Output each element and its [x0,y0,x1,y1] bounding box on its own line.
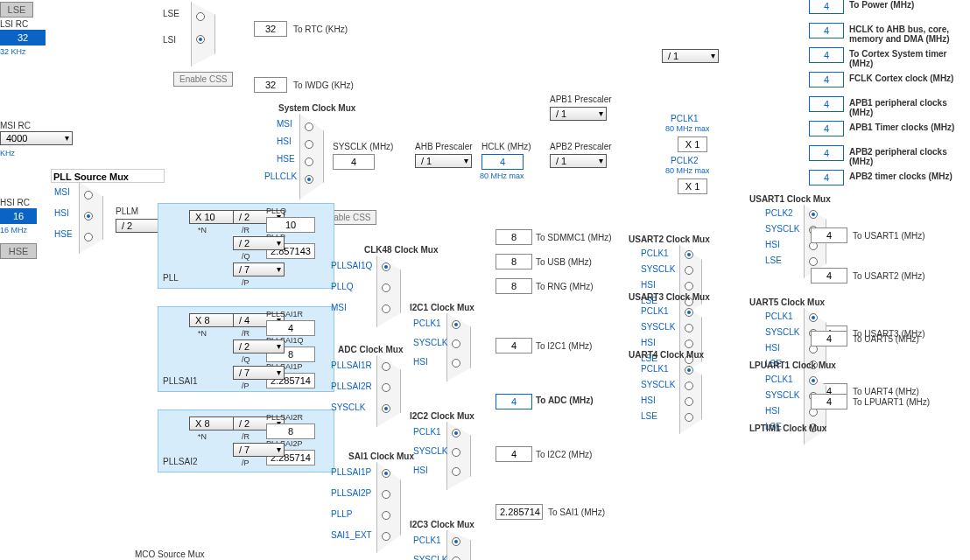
uv-4: 4 [811,331,847,346]
sysmux-title: System Clock Mux [278,103,355,113]
pllp-1[interactable]: / 7 [233,366,285,380]
i2c1-r2[interactable] [452,359,460,368]
sm-r3[interactable] [305,175,313,184]
umux-3-r0[interactable] [685,366,693,374]
iwdg-val: 32 [254,77,287,93]
umux-1-r1[interactable] [685,266,693,275]
umux-2-r2[interactable] [685,340,693,348]
sai1-r2[interactable] [382,511,390,520]
right-val-5[interactable]: 4 [809,121,844,136]
lsi-lbl: LSI [163,35,176,45]
right-lbl-6: APB2 peripheral clocks (MHz) [849,147,963,166]
pllm-lbl: PLLM [116,206,138,216]
apb2-val[interactable]: / 1 [550,154,607,168]
clk48-r1[interactable] [382,284,390,292]
apb1-val[interactable]: / 1 [550,107,607,121]
pllout-0-0: 10 [266,217,315,233]
right-lbl-1: HCLK to AHB bus, core, memory and DMA (M… [849,24,963,44]
uv-1: 4 [811,268,847,284]
pllq-1[interactable]: / 2 [233,340,285,354]
umux-1-r0[interactable] [685,250,693,259]
i2c2-r2[interactable] [452,467,460,476]
sm-r1[interactable] [305,140,313,149]
sm-msi: MSI [277,119,292,129]
umux-0-r3[interactable] [809,257,818,266]
pllsm-r0[interactable] [84,191,93,200]
right-lbl-0: To Power (MHz) [849,0,963,10]
apb1-x: X 1 [678,136,707,152]
lsirc-lbl: LSI RC [0,19,28,29]
cortex-val[interactable]: / 1 [662,49,719,63]
pllp-0[interactable]: / 7 [233,262,285,276]
umux-0-r0[interactable] [809,210,818,219]
lse-box: LSE [0,2,33,18]
adc-val[interactable]: 4 [496,394,532,410]
ahb-val[interactable]: / 1 [415,154,472,168]
sai1-r0[interactable] [382,469,390,478]
umux-4-r0[interactable] [809,313,818,322]
right-lbl-4: APB1 peripheral clocks (MHz) [849,98,963,117]
iwdg-lbl: To IWDG (KHz) [293,80,354,90]
umux-3-r2[interactable] [685,397,693,406]
msirc-val[interactable]: 4000 [0,131,73,145]
pllq-0[interactable]: / 2 [233,236,285,250]
enable-css-1[interactable]: Enable CSS [173,72,233,87]
umux-2-r1[interactable] [685,324,693,332]
i2c2-v: 4 [496,446,532,462]
right-val-1[interactable]: 4 [809,23,844,38]
clk48-r0[interactable] [382,262,390,271]
right-val-4[interactable]: 4 [809,96,844,112]
umux-1-r2[interactable] [685,282,693,290]
right-val-0[interactable]: 4 [809,0,844,14]
umux-3-r3[interactable] [685,413,693,422]
hclk-lbl: HCLK (MHz) [481,142,531,151]
hclk-sub: 80 MHz max [480,172,524,180]
sm-r0[interactable] [305,122,313,131]
i2c2-r1[interactable] [452,448,460,457]
pclk1-sub: 80 MHz max [665,124,710,133]
pclk1: PCLK1 [671,114,699,123]
umux-5-r0[interactable] [809,376,818,385]
pllsm-hsi: HSI [54,208,69,218]
mco-title: MCO Source Mux [135,550,204,559]
sai1-r3[interactable] [382,532,390,541]
apb2-x: X 1 [678,178,707,194]
hclk-val[interactable]: 4 [481,154,524,170]
adc-lbl: To ADC (MHz) [536,396,594,405]
pllp-2[interactable]: / 7 [233,443,285,457]
i2c3-r1[interactable] [452,556,460,560]
right-val-7[interactable]: 4 [809,170,844,186]
sai1-r1[interactable] [382,490,390,499]
i2c3-r0[interactable] [452,537,460,546]
right-val-6[interactable]: 4 [809,145,844,161]
umux-3-r1[interactable] [685,382,693,390]
clk48-l2: To RNG (MHz) [536,282,594,291]
sm-r2[interactable] [305,158,313,166]
right-lbl-3: FCLK Cortex clock (MHz) [849,74,963,83]
rtc-op2[interactable] [196,35,205,44]
right-val-3[interactable]: 4 [809,72,844,88]
adc-r1[interactable] [382,383,390,392]
clk48-l0: To SDMMC1 (MHz) [536,233,612,242]
pllsm-r1[interactable] [84,212,93,220]
clk48-r2[interactable] [382,304,390,313]
apb1-lbl: APB1 Prescaler [550,94,612,104]
hse-box: HSE [0,243,37,259]
rtc-mux[interactable] [191,2,215,66]
adc-title: ADC Clock Mux [338,345,403,354]
i2c1-r1[interactable] [452,340,460,348]
right-lbl-5: APB1 Timer clocks (MHz) [849,122,963,132]
umux-2-r0[interactable] [685,308,693,317]
lse-lbl: LSE [163,9,179,18]
i2c1-r0[interactable] [452,320,460,329]
rtc-op1[interactable] [196,12,205,21]
right-val-2[interactable]: 4 [809,47,844,63]
adc-r2[interactable] [382,404,390,413]
adc-r0[interactable] [382,362,390,371]
i2c2-r0[interactable] [452,429,460,438]
hsirc-lbl: HSI RC [0,198,30,207]
pclk2-sub: 80 MHz max [665,166,710,175]
sai1-title: SAI1 Clock Mux [348,452,414,461]
ahb-lbl: AHB Prescaler [415,142,473,151]
pllsm-r2[interactable] [84,233,93,242]
